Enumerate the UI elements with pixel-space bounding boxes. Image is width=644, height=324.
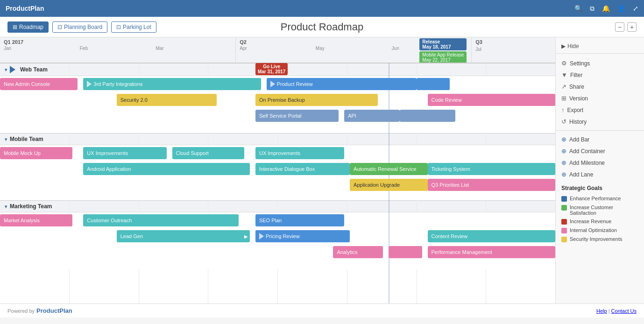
bar-seo-plan[interactable]: SEO Plan <box>255 214 344 226</box>
zoom-out-button[interactable]: − <box>615 22 624 32</box>
search-icon[interactable]: 🔍 <box>574 5 582 12</box>
roadmap-tab-label: Roadmap <box>19 24 43 30</box>
bar-self-service[interactable]: Self Service Portal <box>255 110 339 122</box>
layers-icon[interactable]: ⧉ <box>590 5 594 13</box>
filter-item[interactable]: ▼ Filter <box>556 69 644 81</box>
planning-tab-icon: ⊡ <box>57 24 62 30</box>
bar-label: Security 2.0 <box>120 97 148 103</box>
add-bar-item[interactable]: ⊕ Add Bar <box>556 134 644 145</box>
release-title: Release <box>422 39 464 44</box>
export-icon: ↑ <box>561 106 565 113</box>
tab-roadmap[interactable]: ⊞ Roadmap <box>7 21 49 33</box>
bar-label: Pricing Review <box>266 233 300 239</box>
bar-arrow-icon <box>87 81 92 87</box>
bar-label: Interactive Dialogue Box <box>259 166 315 172</box>
bar-label: Analytics <box>337 249 357 255</box>
mobile-row-1: Mobile Mock Up UX Improvements Cloud Sup… <box>0 145 555 161</box>
top-nav: ProductPlan 🔍 ⧉ 🔔 👤 ⤢ <box>0 0 644 17</box>
bar-label: Q3 Priorities List <box>432 182 469 188</box>
expand-icon[interactable]: ⤢ <box>633 5 638 12</box>
tab-parking[interactable]: ⊡ Parking Lot <box>111 21 156 33</box>
contact-link[interactable]: Contact Us <box>611 308 637 314</box>
bar-on-premise[interactable]: On Premise Backup <box>255 94 378 106</box>
bar-analytics[interactable]: Analytics <box>333 246 383 258</box>
bar-performance-mgmt[interactable]: Performance Management <box>428 246 555 258</box>
version-label: Version <box>569 95 588 102</box>
bar-label: Mobile Mock Up <box>4 150 41 156</box>
roadmap-area: Q1 2017 Jan Feb Mar Q2 Apr May Jun <box>0 37 555 303</box>
bar-product-review-ext[interactable] <box>417 78 450 90</box>
release-flags: Release May 18, 2017 Mobile App Release … <box>419 38 467 63</box>
add-lane-item[interactable]: ⊕ Add Lane <box>556 169 644 180</box>
web-team-rows: New Admin Console 3rd Party Integrations… <box>0 76 555 133</box>
bar-pricing-review[interactable]: Pricing Review <box>255 230 350 242</box>
go-live-label: Go Live Mar 31, 2017 <box>255 63 288 75</box>
powered-by-text: Powered by <box>7 308 35 314</box>
goal-2: Increase Customer Satisfaction <box>556 203 644 217</box>
bell-icon[interactable]: 🔔 <box>602 5 610 12</box>
hide-panel-button[interactable]: ▶ Hide <box>556 41 644 54</box>
bar-label: On Premise Backup <box>259 97 305 103</box>
bar-auto-renewal[interactable]: Automatic Renewal Service <box>350 163 427 175</box>
history-item[interactable]: ↺ History <box>556 116 644 127</box>
version-item[interactable]: ⊞ Version <box>556 92 644 104</box>
bar-api-ext[interactable] <box>400 110 455 122</box>
web-row-2: Security 2.0 On Premise Backup Code Revi… <box>0 92 555 108</box>
bar-content-review[interactable]: Content Review <box>428 230 555 242</box>
mobile-team-expand-icon[interactable]: ▾ <box>5 137 7 142</box>
bar-code-review[interactable]: Code Review <box>428 94 555 106</box>
web-team-expand-icon[interactable]: ▾ <box>5 67 7 72</box>
mobile-release-date: May 22, 2017 <box>422 57 464 63</box>
bar-api[interactable]: API <box>344 110 400 122</box>
mar-label: Mar <box>156 46 232 51</box>
add-milestone-item[interactable]: ⊕ Add Milestone <box>556 157 644 169</box>
bar-product-review[interactable]: Product Review <box>267 78 417 90</box>
bar-ux-improvements-1[interactable]: UX Improvements <box>83 147 166 159</box>
bar-label: Ticketing System <box>432 166 470 172</box>
history-icon: ↺ <box>561 118 566 125</box>
user-icon[interactable]: 👤 <box>617 5 625 12</box>
mobile-row-2: Android Application Interactive Dialogue… <box>0 161 555 177</box>
bar-interactive[interactable]: Interactive Dialogue Box <box>255 163 350 175</box>
bar-label: UX Improvements <box>259 150 300 156</box>
add-container-item[interactable]: ⊕ Add Container <box>556 145 644 157</box>
bar-customer-outreach[interactable]: Customer Outreach <box>83 214 239 226</box>
bar-ux-improvements-2[interactable]: UX Improvements <box>255 147 344 159</box>
mobile-release-title: Mobile App Release <box>422 52 464 57</box>
go-live-marker: Go Live Mar 31, 2017 <box>255 63 288 75</box>
parking-tab-icon: ⊡ <box>116 24 121 30</box>
bar-q3-priorities[interactable]: Q3 Priorities List <box>428 179 555 191</box>
bar-new-admin-console[interactable]: New Admin Console <box>0 78 78 90</box>
marketing-team-expand-icon[interactable]: ▾ <box>5 204 7 209</box>
bar-market-analysis[interactable]: Market Analysis <box>0 214 72 226</box>
help-link[interactable]: Help <box>596 308 607 314</box>
right-panel: ▶ Hide ⚙ Settings ▼ Filter ↗ Share ⊞ Ver… <box>555 37 644 303</box>
bar-cloud-support[interactable]: Cloud Support <box>172 147 245 159</box>
tab-planning[interactable]: ⊡ Planning Board <box>52 21 107 33</box>
zoom-in-button[interactable]: + <box>627 22 637 32</box>
footer: Powered by ProductPlan Help | Contact Us <box>0 303 644 317</box>
goal-3-label: Increase Revenue <box>570 218 611 224</box>
bar-mobile-mockup[interactable]: Mobile Mock Up <box>0 147 72 159</box>
planning-tab-label: Planning Board <box>64 24 102 30</box>
bar-label: Market Analysis <box>4 218 40 223</box>
bar-label: Automatic Renewal Service <box>354 166 417 172</box>
export-item[interactable]: ↑ Export <box>556 104 644 116</box>
goal-1-dot <box>561 196 567 202</box>
bar-analytics-ext[interactable] <box>389 246 422 258</box>
share-item[interactable]: ↗ Share <box>556 81 644 92</box>
filter-label: Filter <box>570 72 583 78</box>
mobile-team-rows: Mobile Mock Up UX Improvements Cloud Sup… <box>0 145 555 200</box>
settings-label: Settings <box>570 60 590 67</box>
goal-5-dot <box>561 237 567 242</box>
bar-security-2[interactable]: Security 2.0 <box>117 94 217 106</box>
jan-label: Jan <box>4 46 80 51</box>
bar-3rd-party[interactable]: 3rd Party Integrations <box>83 78 261 90</box>
bar-ticketing[interactable]: Ticketing System <box>428 163 555 175</box>
bar-app-upgrade[interactable]: Application Upgrade <box>350 179 427 191</box>
swimlane-mobile-team: ▾ Mobile Team Go Live Mar 31, 2017 M <box>0 133 555 200</box>
settings-item[interactable]: ⚙ Settings <box>556 57 644 69</box>
footer-pp-logo: ProductPlan <box>36 307 72 314</box>
bar-lead-gen[interactable]: Lead Gen ▶ <box>117 230 250 242</box>
bar-android[interactable]: Android Application <box>83 163 250 175</box>
